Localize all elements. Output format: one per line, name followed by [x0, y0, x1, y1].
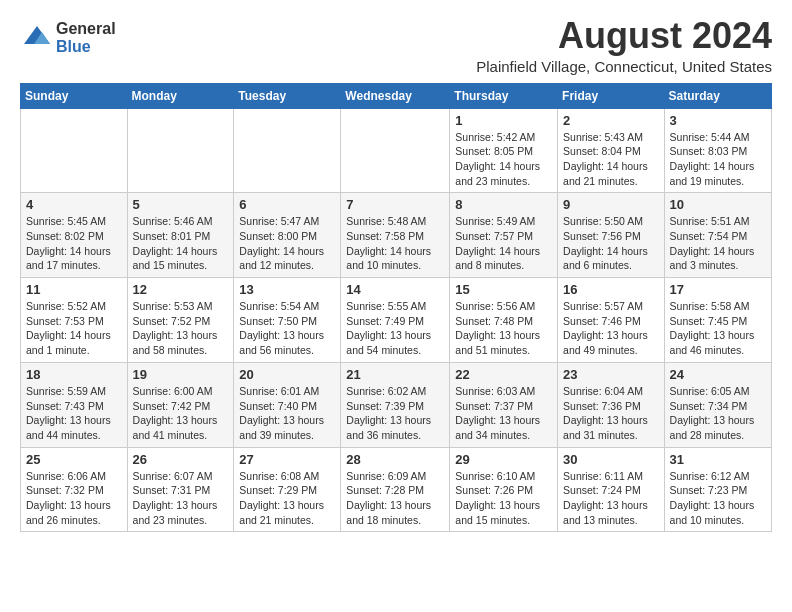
weekday-header-saturday: Saturday — [664, 83, 771, 108]
calendar-cell — [341, 108, 450, 193]
day-number: 31 — [670, 452, 766, 467]
day-info: Sunrise: 6:03 AM Sunset: 7:37 PM Dayligh… — [455, 384, 552, 443]
day-info: Sunrise: 6:01 AM Sunset: 7:40 PM Dayligh… — [239, 384, 335, 443]
day-info: Sunrise: 6:07 AM Sunset: 7:31 PM Dayligh… — [133, 469, 229, 528]
day-info: Sunrise: 6:00 AM Sunset: 7:42 PM Dayligh… — [133, 384, 229, 443]
day-info: Sunrise: 6:02 AM Sunset: 7:39 PM Dayligh… — [346, 384, 444, 443]
day-number: 5 — [133, 197, 229, 212]
day-info: Sunrise: 5:43 AM Sunset: 8:04 PM Dayligh… — [563, 130, 659, 189]
day-info: Sunrise: 5:44 AM Sunset: 8:03 PM Dayligh… — [670, 130, 766, 189]
logo-icon — [22, 24, 52, 48]
day-number: 11 — [26, 282, 122, 297]
day-info: Sunrise: 6:06 AM Sunset: 7:32 PM Dayligh… — [26, 469, 122, 528]
calendar-cell: 10Sunrise: 5:51 AM Sunset: 7:54 PM Dayli… — [664, 193, 771, 278]
calendar-cell: 3Sunrise: 5:44 AM Sunset: 8:03 PM Daylig… — [664, 108, 771, 193]
calendar-cell: 24Sunrise: 6:05 AM Sunset: 7:34 PM Dayli… — [664, 362, 771, 447]
day-number: 9 — [563, 197, 659, 212]
day-number: 4 — [26, 197, 122, 212]
calendar-table: SundayMondayTuesdayWednesdayThursdayFrid… — [20, 83, 772, 533]
day-number: 20 — [239, 367, 335, 382]
day-info: Sunrise: 5:52 AM Sunset: 7:53 PM Dayligh… — [26, 299, 122, 358]
week-row-2: 4Sunrise: 5:45 AM Sunset: 8:02 PM Daylig… — [21, 193, 772, 278]
calendar-cell — [127, 108, 234, 193]
day-number: 8 — [455, 197, 552, 212]
day-number: 16 — [563, 282, 659, 297]
day-number: 29 — [455, 452, 552, 467]
logo-text-line2: Blue — [56, 38, 116, 56]
weekday-header-monday: Monday — [127, 83, 234, 108]
page-header: General Blue August 2024 Plainfield Vill… — [20, 16, 772, 75]
calendar-cell: 22Sunrise: 6:03 AM Sunset: 7:37 PM Dayli… — [450, 362, 558, 447]
day-info: Sunrise: 5:47 AM Sunset: 8:00 PM Dayligh… — [239, 214, 335, 273]
calendar-cell: 27Sunrise: 6:08 AM Sunset: 7:29 PM Dayli… — [234, 447, 341, 532]
calendar-cell: 21Sunrise: 6:02 AM Sunset: 7:39 PM Dayli… — [341, 362, 450, 447]
day-number: 2 — [563, 113, 659, 128]
day-info: Sunrise: 6:05 AM Sunset: 7:34 PM Dayligh… — [670, 384, 766, 443]
day-info: Sunrise: 6:11 AM Sunset: 7:24 PM Dayligh… — [563, 469, 659, 528]
calendar-cell: 5Sunrise: 5:46 AM Sunset: 8:01 PM Daylig… — [127, 193, 234, 278]
day-info: Sunrise: 6:08 AM Sunset: 7:29 PM Dayligh… — [239, 469, 335, 528]
calendar-cell: 2Sunrise: 5:43 AM Sunset: 8:04 PM Daylig… — [558, 108, 665, 193]
day-number: 6 — [239, 197, 335, 212]
calendar-cell: 11Sunrise: 5:52 AM Sunset: 7:53 PM Dayli… — [21, 278, 128, 363]
day-number: 22 — [455, 367, 552, 382]
calendar-cell: 25Sunrise: 6:06 AM Sunset: 7:32 PM Dayli… — [21, 447, 128, 532]
day-info: Sunrise: 5:46 AM Sunset: 8:01 PM Dayligh… — [133, 214, 229, 273]
day-number: 7 — [346, 197, 444, 212]
day-info: Sunrise: 6:10 AM Sunset: 7:26 PM Dayligh… — [455, 469, 552, 528]
day-number: 23 — [563, 367, 659, 382]
day-info: Sunrise: 5:53 AM Sunset: 7:52 PM Dayligh… — [133, 299, 229, 358]
day-number: 21 — [346, 367, 444, 382]
day-number: 28 — [346, 452, 444, 467]
weekday-header-row: SundayMondayTuesdayWednesdayThursdayFrid… — [21, 83, 772, 108]
calendar-cell: 29Sunrise: 6:10 AM Sunset: 7:26 PM Dayli… — [450, 447, 558, 532]
day-info: Sunrise: 5:42 AM Sunset: 8:05 PM Dayligh… — [455, 130, 552, 189]
day-info: Sunrise: 5:57 AM Sunset: 7:46 PM Dayligh… — [563, 299, 659, 358]
calendar-cell: 20Sunrise: 6:01 AM Sunset: 7:40 PM Dayli… — [234, 362, 341, 447]
day-info: Sunrise: 5:59 AM Sunset: 7:43 PM Dayligh… — [26, 384, 122, 443]
calendar-cell: 6Sunrise: 5:47 AM Sunset: 8:00 PM Daylig… — [234, 193, 341, 278]
day-number: 18 — [26, 367, 122, 382]
day-number: 19 — [133, 367, 229, 382]
day-number: 30 — [563, 452, 659, 467]
calendar-cell: 30Sunrise: 6:11 AM Sunset: 7:24 PM Dayli… — [558, 447, 665, 532]
calendar-cell: 18Sunrise: 5:59 AM Sunset: 7:43 PM Dayli… — [21, 362, 128, 447]
day-info: Sunrise: 5:48 AM Sunset: 7:58 PM Dayligh… — [346, 214, 444, 273]
calendar-cell: 14Sunrise: 5:55 AM Sunset: 7:49 PM Dayli… — [341, 278, 450, 363]
calendar-cell — [21, 108, 128, 193]
day-info: Sunrise: 5:55 AM Sunset: 7:49 PM Dayligh… — [346, 299, 444, 358]
calendar-cell — [234, 108, 341, 193]
day-number: 15 — [455, 282, 552, 297]
title-area: August 2024 Plainfield Village, Connecti… — [476, 16, 772, 75]
weekday-header-sunday: Sunday — [21, 83, 128, 108]
calendar-cell: 1Sunrise: 5:42 AM Sunset: 8:05 PM Daylig… — [450, 108, 558, 193]
day-number: 14 — [346, 282, 444, 297]
calendar-cell: 31Sunrise: 6:12 AM Sunset: 7:23 PM Dayli… — [664, 447, 771, 532]
week-row-1: 1Sunrise: 5:42 AM Sunset: 8:05 PM Daylig… — [21, 108, 772, 193]
day-number: 25 — [26, 452, 122, 467]
week-row-5: 25Sunrise: 6:06 AM Sunset: 7:32 PM Dayli… — [21, 447, 772, 532]
month-year-title: August 2024 — [476, 16, 772, 56]
day-number: 12 — [133, 282, 229, 297]
logo: General Blue — [20, 20, 116, 55]
calendar-cell: 15Sunrise: 5:56 AM Sunset: 7:48 PM Dayli… — [450, 278, 558, 363]
day-info: Sunrise: 6:12 AM Sunset: 7:23 PM Dayligh… — [670, 469, 766, 528]
day-number: 24 — [670, 367, 766, 382]
calendar-cell: 28Sunrise: 6:09 AM Sunset: 7:28 PM Dayli… — [341, 447, 450, 532]
calendar-cell: 8Sunrise: 5:49 AM Sunset: 7:57 PM Daylig… — [450, 193, 558, 278]
calendar-cell: 17Sunrise: 5:58 AM Sunset: 7:45 PM Dayli… — [664, 278, 771, 363]
day-info: Sunrise: 6:09 AM Sunset: 7:28 PM Dayligh… — [346, 469, 444, 528]
day-info: Sunrise: 5:56 AM Sunset: 7:48 PM Dayligh… — [455, 299, 552, 358]
calendar-cell: 19Sunrise: 6:00 AM Sunset: 7:42 PM Dayli… — [127, 362, 234, 447]
week-row-3: 11Sunrise: 5:52 AM Sunset: 7:53 PM Dayli… — [21, 278, 772, 363]
day-number: 10 — [670, 197, 766, 212]
day-info: Sunrise: 5:58 AM Sunset: 7:45 PM Dayligh… — [670, 299, 766, 358]
day-info: Sunrise: 5:54 AM Sunset: 7:50 PM Dayligh… — [239, 299, 335, 358]
day-number: 13 — [239, 282, 335, 297]
weekday-header-friday: Friday — [558, 83, 665, 108]
day-number: 17 — [670, 282, 766, 297]
day-info: Sunrise: 5:51 AM Sunset: 7:54 PM Dayligh… — [670, 214, 766, 273]
day-info: Sunrise: 6:04 AM Sunset: 7:36 PM Dayligh… — [563, 384, 659, 443]
weekday-header-tuesday: Tuesday — [234, 83, 341, 108]
day-number: 3 — [670, 113, 766, 128]
